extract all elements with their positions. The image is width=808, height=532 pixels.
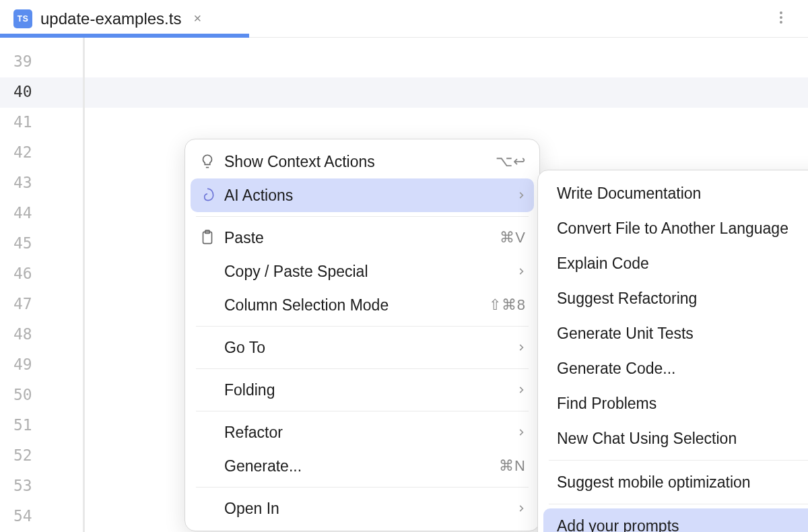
line-number[interactable]: 41 xyxy=(0,108,83,138)
menu-separator xyxy=(196,326,529,327)
code-line xyxy=(85,108,808,138)
svg-point-2 xyxy=(780,21,782,24)
menu-item-label: Column Selection Mode xyxy=(224,296,489,314)
code-line xyxy=(85,47,808,77)
menu-item-label: Copy / Paste Special xyxy=(224,263,516,281)
file-tab[interactable]: TS update-examples.ts × xyxy=(0,0,219,37)
menu-item-label: Find Problems xyxy=(557,395,808,413)
menu-separator xyxy=(196,487,529,488)
menu-separator xyxy=(196,411,529,411)
line-number[interactable]: 49 xyxy=(0,350,83,380)
submenu-item-find-problems[interactable]: Find Problems xyxy=(538,386,808,421)
menu-item-label: Generate Unit Tests xyxy=(557,325,808,343)
submenu-item-suggest-refactoring[interactable]: Suggest Refactoring xyxy=(538,281,808,316)
submenu-item-convert-file-to-another-language[interactable]: Convert File to Another Language xyxy=(538,211,808,246)
menu-item-label: Generate... xyxy=(224,457,499,475)
chevron-right-icon xyxy=(516,424,526,441)
line-number[interactable]: 42 xyxy=(0,138,83,168)
menu-item-label: Refactor xyxy=(224,424,516,442)
tab-options-icon[interactable] xyxy=(773,9,789,30)
context-menu: Show Context Actions⌥↩AI ActionsPaste⌘VC… xyxy=(184,139,540,531)
menu-item-label: Suggest mobile optimization xyxy=(557,473,808,492)
menu-item-label: Write Documentation xyxy=(557,185,808,203)
line-number[interactable]: 43 xyxy=(0,168,83,199)
menu-separator xyxy=(549,504,808,504)
menu-item-label: AI Actions xyxy=(224,187,516,205)
menu-item-generate[interactable]: Generate...⌘N xyxy=(185,449,539,483)
menu-item-label: Suggest Refactoring xyxy=(557,290,808,308)
menu-separator xyxy=(549,460,808,461)
line-number[interactable]: 53 xyxy=(0,471,83,502)
line-number[interactable]: 50 xyxy=(0,380,83,411)
line-number[interactable]: 40 xyxy=(0,77,85,108)
line-number[interactable]: 47 xyxy=(0,290,83,320)
ai-actions-submenu: Write DocumentationConvert File to Anoth… xyxy=(537,170,808,532)
keyboard-shortcut: ⇧⌘8 xyxy=(489,296,526,314)
submenu-item-add-your-prompts[interactable]: Add your prompts xyxy=(543,508,808,532)
menu-item-label: Show Context Actions xyxy=(224,153,496,171)
keyboard-shortcut: ⌘N xyxy=(499,457,526,475)
menu-item-label: Add your prompts xyxy=(557,517,808,533)
line-number[interactable]: 39 xyxy=(0,47,83,77)
submenu-item-write-documentation[interactable]: Write Documentation xyxy=(538,176,808,211)
menu-separator xyxy=(196,216,529,217)
keyboard-shortcut: ⌥↩ xyxy=(496,153,526,170)
menu-item-label: New Chat Using Selection xyxy=(557,430,808,448)
chevron-right-icon xyxy=(516,187,526,204)
menu-item-label: Paste xyxy=(224,229,500,247)
menu-item-folding[interactable]: Folding xyxy=(185,373,539,407)
menu-item-copy-paste-special[interactable]: Copy / Paste Special xyxy=(185,255,539,288)
submenu-item-suggest-mobile-optimization[interactable]: Suggest mobile optimization xyxy=(538,465,808,500)
ai-spiral-icon xyxy=(199,187,224,204)
typescript-file-icon: TS xyxy=(13,9,32,28)
line-number[interactable]: 52 xyxy=(0,441,83,471)
code-line xyxy=(85,77,808,108)
submenu-item-explain-code[interactable]: Explain Code xyxy=(538,246,808,281)
line-number-gutter: 39404142434445464748495051525354 xyxy=(0,38,85,532)
menu-item-ai-actions[interactable]: AI Actions xyxy=(191,178,534,212)
keyboard-shortcut: ⌘V xyxy=(500,229,526,246)
close-tab-icon[interactable]: × xyxy=(189,11,205,26)
svg-point-0 xyxy=(780,11,782,14)
submenu-item-generate-unit-tests[interactable]: Generate Unit Tests xyxy=(538,316,808,351)
menu-item-label: Go To xyxy=(224,339,516,357)
tab-filename: update-examples.ts xyxy=(40,9,181,28)
code-area[interactable]: Show Context Actions⌥↩AI ActionsPaste⌘VC… xyxy=(85,38,808,532)
menu-item-label: Generate Code... xyxy=(557,360,808,378)
svg-point-1 xyxy=(780,16,782,19)
menu-item-paste[interactable]: Paste⌘V xyxy=(185,221,539,255)
lightbulb-icon xyxy=(199,153,224,170)
submenu-item-generate-code[interactable]: Generate Code... xyxy=(538,351,808,386)
menu-item-refactor[interactable]: Refactor xyxy=(185,415,539,449)
menu-item-column-selection-mode[interactable]: Column Selection Mode⇧⌘8 xyxy=(185,288,539,322)
line-number[interactable]: 48 xyxy=(0,320,83,350)
menu-item-label: Folding xyxy=(224,381,516,399)
line-number[interactable]: 44 xyxy=(0,199,83,229)
chevron-right-icon xyxy=(516,381,526,399)
chevron-right-icon xyxy=(516,339,526,356)
menu-separator xyxy=(196,368,529,369)
line-number[interactable]: 54 xyxy=(0,502,83,532)
editor: 39404142434445464748495051525354 Show Co… xyxy=(0,38,808,532)
clipboard-icon xyxy=(199,229,224,246)
menu-item-open-in[interactable]: Open In xyxy=(185,492,539,525)
chevron-right-icon xyxy=(516,500,526,517)
chevron-right-icon xyxy=(516,263,526,280)
menu-item-show-context-actions[interactable]: Show Context Actions⌥↩ xyxy=(185,145,539,178)
line-number[interactable]: 45 xyxy=(0,229,83,259)
menu-item-label: Explain Code xyxy=(557,255,808,273)
tab-bar: TS update-examples.ts × xyxy=(0,0,808,38)
menu-item-label: Convert File to Another Language xyxy=(557,220,808,238)
line-number[interactable]: 51 xyxy=(0,411,83,441)
submenu-item-new-chat-using-selection[interactable]: New Chat Using Selection xyxy=(538,421,808,456)
menu-item-go-to[interactable]: Go To xyxy=(185,331,539,364)
menu-item-label: Open In xyxy=(224,500,516,518)
line-number[interactable]: 46 xyxy=(0,259,83,290)
